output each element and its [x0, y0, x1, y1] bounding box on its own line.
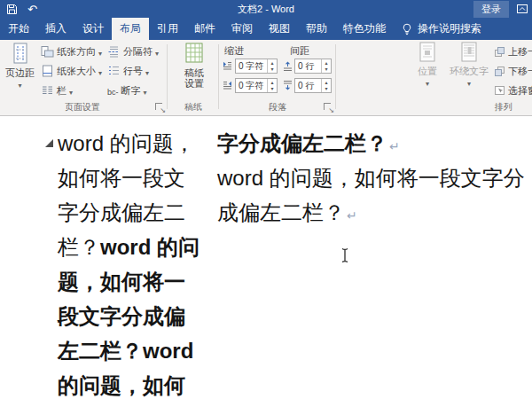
spin-up-icon[interactable] — [268, 59, 277, 66]
doc-line: word 的问题， — [58, 126, 200, 160]
indent-right-spinner[interactable]: 0 字符 — [235, 78, 278, 93]
tab-layout[interactable]: 布局 — [112, 18, 149, 40]
hyphenation-icon — [107, 86, 119, 97]
selection-pane-icon — [494, 85, 505, 97]
spacing-after-icon — [282, 80, 293, 91]
text-segment: 题，如何将一 — [58, 270, 185, 293]
text-column-left: word 的问题， 如何将一段文 字分成偏左二 栏？word 的问 题，如何将一… — [58, 126, 200, 399]
spin-up-icon[interactable] — [268, 79, 277, 86]
line-numbers-icon — [107, 65, 121, 78]
position-icon — [417, 42, 438, 63]
indent-right-icon — [222, 80, 233, 91]
text-segment: 左二栏？word — [58, 339, 193, 363]
spacing-before-value: 0 行 — [295, 60, 321, 73]
doc-line: 栏？word 的问 — [58, 230, 200, 264]
word-window: 文档2 - Word 登录 开始 插入 设计 布局 引用 邮件 审阅 视图 帮助… — [0, 0, 532, 399]
spinner-arrows — [267, 79, 277, 92]
ribbon-display-options-icon[interactable] — [516, 3, 528, 15]
paragraph-mark: ↵ — [347, 208, 357, 223]
bring-forward-label: 上移一层 — [508, 45, 532, 59]
tab-review[interactable]: 审阅 — [223, 18, 261, 40]
columns-button[interactable]: 栏 — [41, 82, 73, 100]
spin-up-icon[interactable] — [322, 59, 331, 66]
chevron-down-icon — [155, 47, 159, 58]
ribbon: 页边距 纸张方向 纸张大小 栏 — [0, 40, 532, 116]
hyphenation-label: 断字 — [121, 84, 141, 98]
doc-line: 字分成偏左二栏？↵ — [217, 126, 527, 160]
arrange-group-label: 排列 — [470, 101, 532, 113]
tab-mailings[interactable]: 邮件 — [186, 18, 223, 40]
text-segment: 如何将一段文 — [58, 166, 185, 190]
tab-design[interactable]: 设计 — [74, 18, 112, 40]
line-numbers-button[interactable]: 行号 — [107, 62, 149, 81]
chevron-down-icon — [98, 47, 102, 58]
orientation-button[interactable]: 纸张方向 — [41, 43, 102, 61]
group-separator — [218, 44, 219, 109]
wrap-text-button[interactable]: 环绕文字 — [447, 42, 491, 88]
doc-line: 左二栏？word — [58, 333, 200, 368]
doc-line: 题，如何将一 — [58, 264, 200, 299]
login-button[interactable]: 登录 — [473, 1, 509, 18]
spacing-before-icon — [282, 60, 293, 72]
mouse-cursor-ibeam — [340, 244, 350, 269]
send-backward-button[interactable]: 下移一层 — [494, 62, 532, 81]
position-button[interactable]: 位置 — [410, 42, 445, 88]
columns-icon — [41, 84, 54, 98]
chevron-down-icon — [144, 86, 147, 97]
paragraph-group-label: 段落 — [219, 101, 336, 113]
text-segment: word 的问题， — [58, 131, 195, 155]
spinner-arrows — [321, 79, 331, 92]
spacing-before-spinner[interactable]: 0 行 — [294, 59, 332, 74]
indent-left-icon — [222, 60, 233, 72]
page-setup-dialog-launcher[interactable] — [155, 103, 165, 113]
margins-button[interactable]: 页边距 — [2, 42, 38, 90]
selection-pane-button[interactable]: 选择窗格 — [494, 82, 532, 100]
doc-line: word 的问题，如何将一段文字分 — [217, 160, 527, 195]
spin-down-icon[interactable] — [322, 66, 331, 74]
wrap-text-icon — [458, 42, 480, 63]
spin-down-icon[interactable] — [268, 66, 277, 74]
paragraph-dialog-launcher[interactable] — [324, 103, 333, 113]
document-page[interactable]: word 的问题， 如何将一段文 字分成偏左二 栏？word 的问 题，如何将一… — [0, 116, 532, 399]
spin-down-icon[interactable] — [322, 86, 331, 93]
send-backward-label: 下移一层 — [508, 65, 532, 78]
tab-help[interactable]: 帮助 — [298, 18, 335, 40]
chevron-down-icon — [467, 77, 471, 88]
text-segment: 的问题，如何 — [58, 373, 185, 397]
group-separator — [167, 44, 168, 109]
paragraph-collapse-triangle-icon[interactable] — [45, 139, 53, 147]
spacing-after-value: 0 行 — [295, 80, 321, 92]
send-backward-icon — [494, 66, 505, 77]
tab-home[interactable]: 开始 — [0, 18, 37, 40]
paper-size-button[interactable]: 纸张大小 — [41, 62, 102, 81]
titlebar-right: 登录 — [473, 0, 528, 18]
tell-me-label: 操作说明搜索 — [418, 21, 481, 36]
tab-view[interactable]: 视图 — [261, 18, 298, 40]
tab-references[interactable]: 引用 — [149, 18, 186, 40]
tab-features[interactable]: 特色功能 — [335, 18, 394, 40]
chevron-down-icon — [426, 77, 429, 88]
tab-insert[interactable]: 插入 — [37, 18, 74, 40]
spin-down-icon[interactable] — [268, 86, 277, 93]
hyphenation-button[interactable]: 断字 — [107, 82, 147, 100]
grid-settings-button[interactable]: 稿纸设置 — [174, 42, 215, 89]
text-segment: 段文字分成偏 — [58, 304, 185, 328]
breaks-button[interactable]: 分隔符 — [107, 43, 159, 61]
breaks-label: 分隔符 — [123, 45, 153, 59]
bring-forward-button[interactable]: 上移一层 — [494, 43, 532, 61]
spinner-arrows — [321, 59, 331, 73]
text-column-right: 字分成偏左二栏？↵ word 的问题，如何将一段文字分 成偏左二栏？↵ — [217, 126, 527, 230]
text-segment: 字分成偏左二栏？ — [217, 131, 387, 155]
tell-me-search[interactable]: 操作说明搜索 — [401, 18, 481, 40]
grid-paper-icon — [183, 42, 206, 65]
grid-settings-label: 稿纸设置 — [183, 67, 206, 89]
chevron-down-icon — [69, 86, 73, 97]
doc-line: 的问题，如何 — [58, 368, 200, 399]
spin-up-icon[interactable] — [322, 79, 331, 86]
indent-left-spinner[interactable]: 0 字符 — [235, 59, 278, 74]
line-numbers-label: 行号 — [123, 65, 143, 78]
spacing-after-spinner[interactable]: 0 行 — [294, 78, 332, 93]
breaks-icon — [107, 45, 121, 59]
orientation-label: 纸张方向 — [57, 45, 96, 59]
text-segment: 字分成偏左二 — [58, 200, 185, 224]
